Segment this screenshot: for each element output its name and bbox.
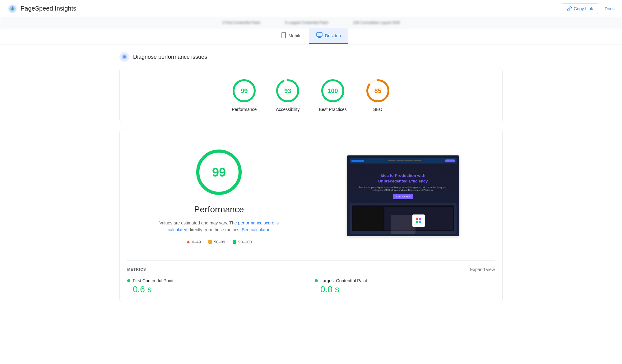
score-circle-best-practices: 100 — [320, 78, 345, 103]
diagnose-icon-wrapper — [119, 52, 129, 62]
diagnose-section: Diagnose performance issues — [119, 52, 503, 62]
metric-lcp-dot — [315, 279, 318, 282]
top-info-item-1: 3 First Contentful Paint — [222, 21, 260, 25]
copy-link-label: Copy Link — [574, 6, 593, 11]
screenshot-inner: Idea to Production with Unprecedented Ef… — [347, 155, 459, 236]
tab-mobile-label: Mobile — [289, 33, 301, 38]
svg-rect-19 — [416, 218, 418, 220]
screenshot-bottom — [350, 203, 457, 234]
metrics-section-label: METRICS — [127, 267, 146, 272]
metric-fcp-name-row: First Contentful Paint — [127, 278, 307, 283]
pagespeed-logo-icon — [7, 4, 17, 14]
score-value-performance: 99 — [241, 87, 248, 94]
metric-lcp-name: Largest Contentful Paint — [320, 278, 367, 283]
header: PageSpeed Insights Copy Link Docs — [0, 0, 622, 17]
big-score-value: 99 — [212, 165, 226, 179]
score-label-accessibility: Accessibility — [276, 107, 299, 112]
svg-rect-4 — [317, 33, 322, 36]
metric-lcp: Largest Contentful Paint 0.8 s — [315, 278, 495, 294]
performance-detail-left: 99 Performance Values are estimated and … — [127, 137, 311, 254]
metric-lcp-value: 0.8 s — [320, 284, 495, 294]
copy-link-button[interactable]: Copy Link — [562, 3, 598, 14]
top-info-item-3: 100 Cumulative Layout Shift — [353, 21, 400, 25]
tab-bar: Mobile Desktop — [0, 28, 622, 44]
nav-cta — [445, 159, 455, 162]
metric-fcp: First Contentful Paint 0.6 s — [127, 278, 307, 294]
screenshot-wrapper: Idea to Production with Unprecedented Ef… — [347, 155, 459, 236]
nav-logo-placeholder — [351, 160, 364, 162]
big-score-circle: 99 — [194, 147, 244, 197]
app-title: PageSpeed Insights — [21, 5, 76, 12]
perf-calc-link[interactable]: See calculator. — [242, 227, 270, 232]
main-content: Diagnose performance issues 99 Performan… — [112, 44, 510, 310]
fail-icon — [186, 240, 190, 243]
performance-detail-title: Performance — [194, 205, 244, 214]
tab-desktop-label: Desktop — [325, 33, 341, 38]
link-icon — [567, 6, 572, 11]
scores-card: 99 Performance 93 Accessibility — [119, 68, 503, 122]
desktop-icon — [316, 32, 323, 39]
score-circle-accessibility: 93 — [275, 78, 300, 103]
screenshot-panel: Idea to Production with Unprecedented Ef… — [311, 137, 495, 254]
legend-item-fail: 0–49 — [186, 240, 201, 244]
score-circle-performance: 99 — [232, 78, 257, 103]
perf-desc-text2: directly from these metrics. — [187, 227, 242, 232]
score-label-best-practices: Best Practices — [319, 107, 346, 112]
score-circle-seo: 85 — [365, 78, 390, 103]
screenshot-headline2: Unprecedented Efficiency — [378, 179, 428, 183]
docs-link[interactable]: Docs — [605, 6, 615, 11]
score-item-accessibility[interactable]: 93 Accessibility — [275, 78, 300, 112]
pass-icon — [233, 240, 236, 244]
screenshot-headline1: Idea to Production with — [381, 173, 425, 178]
header-left: PageSpeed Insights — [7, 4, 76, 14]
tab-mobile[interactable]: Mobile — [274, 28, 309, 44]
screenshot-cta: Start for free — [393, 194, 413, 199]
expand-view-link[interactable]: Expand view — [470, 267, 495, 272]
screenshot-sub: Accelerate your digital teams with AI-po… — [350, 186, 457, 191]
metrics-header: METRICS Expand view — [127, 267, 495, 272]
diagnose-icon — [121, 54, 128, 60]
figma-icon-placeholder — [412, 214, 425, 227]
legend-label-fail: 0–49 — [192, 240, 201, 244]
legend-label-pass: 90–100 — [238, 240, 252, 244]
metrics-section: METRICS Expand view First Contentful Pai… — [127, 260, 495, 294]
metric-fcp-name: First Contentful Paint — [133, 278, 174, 283]
metrics-row: First Contentful Paint 0.6 s Largest Con… — [127, 278, 495, 294]
metrics-outer-section: 99 Performance Values are estimated and … — [119, 130, 503, 302]
average-icon — [208, 240, 212, 244]
mobile-icon — [281, 32, 286, 39]
legend-item-pass: 90–100 — [233, 240, 252, 244]
score-item-best-practices[interactable]: 100 Best Practices — [319, 78, 346, 112]
editor-main — [384, 207, 453, 230]
svg-rect-21 — [416, 221, 418, 223]
nav-items — [365, 160, 444, 161]
svg-rect-20 — [419, 218, 421, 220]
legend-row: 0–49 50–89 90–100 — [186, 240, 252, 244]
tab-desktop[interactable]: Desktop — [309, 28, 348, 44]
score-value-accessibility: 93 — [284, 87, 291, 94]
score-label-seo: SEO — [373, 107, 383, 112]
top-info-bar: 3 First Contentful Paint 5 Largest Conte… — [0, 17, 622, 28]
svg-point-3 — [283, 37, 284, 37]
score-label-performance: Performance — [232, 107, 257, 112]
editor-area — [352, 205, 454, 231]
header-right: Copy Link Docs — [562, 3, 615, 14]
metric-fcp-value: 0.6 s — [133, 284, 307, 294]
detail-grid: 99 Performance Values are estimated and … — [127, 137, 495, 254]
perf-desc-text1: Values are estimated and may vary. The — [159, 220, 238, 225]
svg-point-8 — [124, 56, 125, 58]
top-info-item-2: 5 Largest Contentful Paint — [285, 21, 328, 25]
svg-point-22 — [419, 221, 421, 223]
editor-sidebar — [353, 207, 383, 230]
score-value-seo: 85 — [374, 87, 381, 94]
score-value-best-practices: 100 — [327, 87, 338, 94]
score-item-seo[interactable]: 85 SEO — [365, 78, 390, 112]
metric-lcp-name-row: Largest Contentful Paint — [315, 278, 495, 283]
screenshot-topbar — [350, 158, 457, 164]
screenshot-headline: Idea to Production with Unprecedented Ef… — [350, 173, 457, 184]
legend-item-average: 50–89 — [208, 240, 225, 244]
metric-fcp-dot — [127, 279, 130, 282]
score-item-performance[interactable]: 99 Performance — [232, 78, 257, 112]
legend-label-average: 50–89 — [214, 240, 225, 244]
scores-row: 99 Performance 93 Accessibility — [130, 78, 492, 112]
